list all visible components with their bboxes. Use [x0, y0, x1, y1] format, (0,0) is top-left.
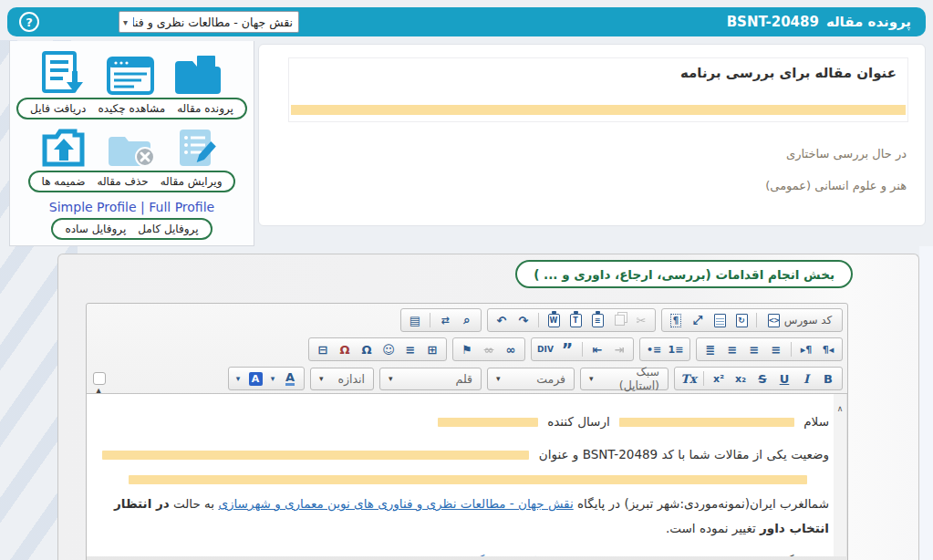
redacted-highlight: [438, 418, 538, 427]
basic-styles-group: Tx x² x₂ S U I B: [674, 367, 843, 390]
action-view-abstract-label[interactable]: مشاهده چکیده: [98, 102, 165, 115]
source-code-button[interactable]: <> کد سورس: [762, 311, 838, 329]
edit-article-icon[interactable]: [176, 128, 223, 168]
horizontal-rule-button[interactable]: ≡: [400, 340, 420, 358]
justify-button[interactable]: ≣: [700, 340, 720, 358]
style-dropdown[interactable]: سبک (استایل) ▾: [580, 368, 669, 390]
action-download-file-label[interactable]: دریافت فایل: [30, 102, 86, 115]
outdent-button[interactable]: ⇥: [609, 340, 629, 358]
view-abstract-icon[interactable]: [107, 57, 154, 95]
simple-profile-fa-label[interactable]: پروفایل ساده: [65, 223, 126, 235]
journal-select-value: نقش جهان - مطالعات نظری و فناوری های نوی…: [133, 16, 293, 29]
indent-button[interactable]: ⇤: [587, 340, 607, 358]
templates-button[interactable]: ↻: [731, 311, 752, 329]
link-group: ⚑ ∞ ∞: [452, 337, 525, 361]
redaction-highlight-bar: [291, 105, 906, 115]
content-line-reviewer: انتخاب داور تغییر نموده است.: [103, 516, 829, 541]
direction-ltr-button[interactable]: ▸¶: [796, 340, 816, 358]
align-left-button[interactable]: ≡: [766, 340, 786, 358]
actions-row-2-labels: ویرایش مقاله حذف مقاله ضمیمه ها: [28, 171, 236, 192]
profile-links-separator: |: [140, 200, 145, 214]
find-group: ▤ ⇄ ⌕: [400, 308, 482, 332]
insert-group: ⊟ Ω Ω ☺ ≡ ⊞: [308, 337, 447, 361]
journal-select[interactable]: نقش جهان - مطالعات نظری و فناوری های نوی…: [119, 11, 299, 33]
bold-button[interactable]: B: [818, 369, 838, 388]
align-center-button[interactable]: ≡: [744, 340, 764, 358]
font-dropdown[interactable]: قلم ▾: [379, 368, 482, 390]
paste-from-word-button[interactable]: W: [544, 311, 564, 329]
text-color-caret[interactable]: ▾: [267, 369, 278, 388]
actions-row-1: [10, 49, 254, 95]
format-dropdown[interactable]: فرمت ▾: [487, 368, 575, 390]
login-link[interactable]: به بخش کاربری پایگاه وارد شده: [417, 554, 581, 556]
remove-format-button[interactable]: Tx: [679, 369, 699, 388]
anchor-button[interactable]: ⚑: [457, 340, 477, 358]
article-card: عنوان مقاله برای بررسی برنامه در حال برر…: [258, 44, 926, 226]
article-file-icon[interactable]: [174, 53, 223, 95]
full-profile-link[interactable]: Full Profile: [149, 200, 214, 214]
action-attachments-label[interactable]: ضمیمه ها: [42, 175, 86, 188]
find-button[interactable]: ⌕: [457, 311, 477, 329]
redo-button[interactable]: ↷: [513, 311, 534, 329]
scroll-up-icon[interactable]: ∧: [834, 397, 846, 421]
undo-button[interactable]: ↶: [492, 311, 512, 329]
cut-button[interactable]: ✂: [631, 311, 651, 329]
direction-rtl-button[interactable]: ¶◂: [818, 340, 838, 358]
content-line-title-tail: شمالغرب ایران(نمونه‌موردی:شهر تبریز) در …: [103, 492, 829, 516]
action-delete-article-label[interactable]: حذف مقاله: [97, 175, 148, 188]
journal-link[interactable]: نقش جهان - مطالعات نظری و فناوری های نوی…: [218, 496, 573, 511]
show-blocks-button[interactable]: ¶: [666, 311, 686, 329]
smiley-button[interactable]: ☺: [378, 340, 399, 358]
bulleted-list-button[interactable]: •≡: [644, 340, 664, 358]
numbered-list-button[interactable]: 1≡: [666, 340, 686, 358]
italic-button[interactable]: I: [796, 369, 816, 388]
strikethrough-button[interactable]: S: [752, 369, 772, 388]
table-button[interactable]: ⊞: [422, 340, 442, 358]
editor-scrollbar[interactable]: ∧: [834, 394, 847, 556]
text-color-button[interactable]: A: [280, 369, 300, 388]
action-edit-article-label[interactable]: ویرایش مقاله: [161, 175, 223, 188]
paste-as-text-button[interactable]: T: [565, 311, 586, 329]
select-all-button[interactable]: ▤: [405, 311, 425, 329]
background-right-strip: [919, 246, 933, 560]
page-title: پرونده مقاله BSNT-20489: [727, 7, 911, 36]
underline-button[interactable]: U: [774, 369, 794, 388]
unlink-button[interactable]: ∞: [479, 340, 499, 358]
chevron-down-icon: ▾: [319, 374, 324, 383]
full-profile-fa-label[interactable]: پروفایل کامل: [138, 223, 198, 235]
superscript-button[interactable]: x²: [709, 369, 729, 388]
background-color-button[interactable]: A: [245, 369, 265, 388]
div-container-button[interactable]: DIV: [535, 340, 555, 358]
style-dropdown-label: سبک (استایل): [601, 365, 659, 392]
clipboard-group: ↶ ↷ W T ≡ ✂: [487, 308, 656, 332]
clipboard-word-icon: W: [548, 314, 560, 327]
greeting-text: سلام: [803, 414, 829, 429]
paste-button[interactable]: ≡: [587, 311, 607, 329]
font-dropdown-label: قلم: [456, 372, 472, 386]
align-right-button[interactable]: ≡: [722, 340, 742, 358]
special-char-icon: Ω: [339, 343, 349, 357]
blockquote-button[interactable]: ”: [557, 340, 577, 358]
status-bold-reviewer: انتخاب داور: [760, 521, 829, 535]
editor-content[interactable]: سلام ارسال کننده وضعیت یکی از مقالات شما…: [87, 393, 847, 556]
toolbar-row-3: ▾ A ▾ A اندازه ▾ قلم ▾ فرمت ▾: [91, 364, 843, 393]
download-file-icon[interactable]: [41, 51, 87, 95]
help-icon[interactable]: ?: [19, 12, 39, 32]
size-dropdown[interactable]: اندازه ▾: [310, 368, 374, 390]
copy-button[interactable]: [609, 311, 629, 329]
page-break-button[interactable]: ⊟: [313, 340, 333, 358]
special-char-button[interactable]: Ω: [335, 340, 355, 358]
subscript-button[interactable]: x₂: [731, 369, 751, 388]
link-button[interactable]: ∞: [501, 340, 521, 358]
action-article-file-label[interactable]: پرونده مقاله: [177, 102, 233, 115]
editor-checkbox[interactable]: [93, 372, 106, 385]
attachments-icon[interactable]: [41, 126, 87, 168]
background-color-caret[interactable]: ▾: [233, 369, 244, 388]
replace-button[interactable]: ⇄: [435, 311, 455, 329]
delete-article-icon[interactable]: [107, 128, 156, 168]
simple-profile-link[interactable]: Simple Profile: [49, 200, 137, 214]
toolbar-separator: [703, 371, 704, 386]
symbol-button[interactable]: Ω: [357, 340, 377, 358]
preview-button[interactable]: [710, 311, 730, 329]
maximize-button[interactable]: ⤢: [688, 311, 708, 329]
